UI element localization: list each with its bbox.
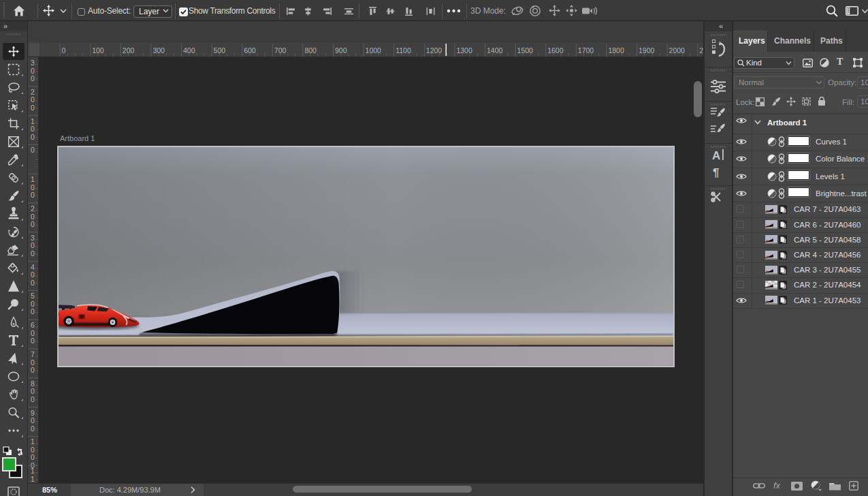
svg-text:0: 0	[31, 395, 35, 403]
svg-text:0: 0	[31, 191, 35, 199]
svg-text:0: 0	[31, 133, 35, 141]
svg-text:0: 0	[31, 213, 35, 221]
svg-text:1: 1	[31, 475, 35, 483]
svg-text:0: 0	[31, 387, 35, 395]
svg-text:0: 0	[31, 74, 35, 82]
svg-text:0: 0	[31, 366, 35, 374]
svg-text:0: 0	[31, 453, 35, 461]
svg-text:0: 0	[62, 46, 66, 55]
svg-text:5: 5	[31, 292, 35, 300]
svg-text:0: 0	[31, 95, 35, 104]
svg-text:3: 3	[31, 59, 35, 67]
svg-text:0: 0	[31, 183, 35, 191]
svg-text:0: 0	[31, 125, 35, 133]
svg-text:A: A	[712, 149, 720, 162]
svg-text:0: 0	[31, 424, 35, 433]
svg-text:6: 6	[31, 321, 35, 329]
svg-text:0: 0	[31, 241, 35, 249]
svg-text:0: 0	[31, 337, 35, 345]
svg-text:¶: ¶	[713, 166, 719, 179]
svg-text:1: 1	[31, 437, 35, 446]
svg-text:2: 2	[31, 204, 35, 213]
svg-text:1: 1	[31, 467, 35, 475]
svg-text:3: 3	[31, 234, 35, 242]
svg-text:0: 0	[31, 67, 35, 75]
svg-text:9: 9	[31, 409, 35, 417]
svg-text:0: 0	[31, 300, 35, 308]
svg-text:1: 1	[31, 175, 35, 183]
svg-text:4: 4	[31, 263, 35, 271]
svg-text:0: 0	[31, 307, 35, 315]
svg-text:8: 8	[31, 379, 35, 388]
svg-text:7: 7	[31, 350, 35, 358]
svg-text:0: 0	[31, 270, 35, 279]
svg-text:0: 0	[31, 249, 35, 258]
svg-text:0: 0	[31, 220, 35, 228]
svg-text:2: 2	[31, 88, 35, 96]
svg-text:0: 0	[31, 146, 35, 154]
svg-text:0: 0	[31, 446, 35, 454]
svg-text:0: 0	[31, 104, 35, 112]
svg-text:0: 0	[31, 358, 35, 367]
svg-text:0: 0	[31, 279, 35, 287]
svg-text:1: 1	[31, 117, 35, 125]
svg-text:0: 0	[31, 329, 35, 337]
svg-text:0: 0	[31, 416, 35, 424]
